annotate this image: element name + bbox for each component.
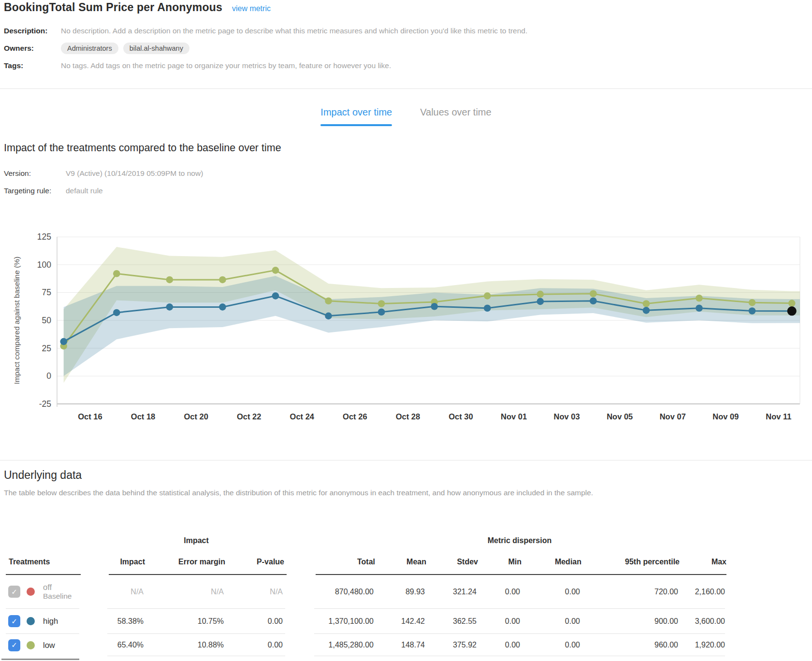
treatments-column-bottom-border (1, 659, 79, 660)
high-point-oct-23[interactable] (272, 292, 279, 300)
version-row: Version: V9 (Active) (10/14/2019 05:09PM… (4, 169, 203, 178)
impact-header-cells: ImpactError marginP-value (109, 550, 287, 575)
low-point-oct-17[interactable] (113, 270, 120, 277)
treatment-label-box: high (35, 617, 58, 626)
x-tick-label: Oct 20 (184, 412, 208, 421)
cell-max: 2,160.00 (678, 588, 725, 596)
treatment-checkbox-low[interactable]: ✓ (8, 639, 20, 651)
low-point-nov-10[interactable] (749, 299, 756, 306)
high-point-oct-31[interactable] (484, 304, 491, 312)
underlying-data-description: The table below describes the data behin… (4, 489, 797, 497)
targeting-rule-label: Targeting rule: (4, 187, 66, 195)
cell-impact: 58.38% (107, 617, 144, 626)
y-tick-label: 25 (42, 344, 51, 353)
owners-row: Owners: Administratorsbilal.al-shahwany (4, 40, 777, 57)
treatment-color-dot (27, 588, 35, 596)
tab-underline (420, 124, 491, 126)
low-point-oct-31[interactable] (484, 292, 491, 300)
x-tick-label: Nov 11 (766, 412, 791, 421)
treatment-checkbox-off[interactable]: ✓ (8, 586, 20, 598)
x-tick-label: Oct 22 (237, 412, 261, 421)
column-header-impact: Impact (109, 558, 145, 566)
section-divider (0, 460, 812, 460)
tab-bar: Impact over timeValues over time (0, 107, 812, 126)
low-point-oct-23[interactable] (272, 267, 279, 274)
cell-impact: 65.40% (107, 641, 144, 649)
version-label: Version: (4, 169, 66, 178)
cell-median: 0.00 (520, 641, 580, 649)
impact-group-header: Impact (107, 532, 285, 550)
low-point-nov-08[interactable] (696, 295, 703, 302)
high-point-oct-29[interactable] (431, 303, 438, 310)
cell-p95: 720.00 (580, 588, 678, 596)
header-divider (0, 88, 812, 89)
cell-total: 1,485,280.00 (314, 641, 374, 649)
cell-p95: 900.00 (580, 617, 678, 626)
treatment-row-off: ✓offBaselineN/AN/AN/A870,480.0089.93321.… (0, 575, 812, 609)
column-header-95th-percentile: 95th percentile (581, 558, 680, 566)
high-point-nov-10[interactable] (749, 307, 756, 315)
owner-chip: Administrators (61, 43, 118, 54)
low-point-oct-19[interactable] (166, 276, 174, 284)
tags-row: Tags: No tags. Add tags on the metric pa… (4, 57, 777, 74)
treatment-legend-cell: ✓high (6, 609, 79, 634)
high-point-oct-15[interactable] (60, 338, 67, 345)
cell-min: 0.00 (477, 588, 520, 596)
low-point-nov-02[interactable] (537, 291, 544, 298)
x-tick-label: Nov 03 (554, 412, 580, 421)
high-point-oct-19[interactable] (166, 303, 174, 311)
low-point-nov-11[interactable] (788, 300, 796, 307)
dispersion-value-cells: 870,480.0089.93321.240.000.00720.002,160… (314, 575, 725, 609)
cell-median: 0.00 (520, 617, 580, 626)
x-tick-label: Oct 26 (343, 412, 367, 421)
x-tick-label: Oct 24 (290, 412, 315, 421)
impact-value-cells: 58.38%10.75%0.00 (107, 609, 285, 634)
treatments-header-label: Treatments (7, 558, 50, 566)
treatments-header-cell: Treatments (6, 550, 81, 575)
high-point-oct-25[interactable] (325, 313, 332, 320)
cell-p-value: N/A (224, 588, 283, 596)
high-point-oct-17[interactable] (113, 309, 120, 316)
low-point-nov-06[interactable] (643, 300, 650, 307)
column-header-median: Median (522, 558, 581, 566)
high-point-oct-27[interactable] (378, 308, 385, 316)
cell-total: 870,480.00 (314, 588, 374, 596)
treatment-sublabel: Baseline (43, 592, 72, 601)
cell-max: 3,600.00 (678, 617, 725, 626)
treatment-label: off (43, 583, 72, 592)
cell-stdev: 375.92 (425, 641, 477, 649)
cell-error-margin: N/A (144, 588, 224, 596)
low-point-oct-27[interactable] (378, 300, 385, 307)
high-point-oct-21[interactable] (219, 303, 226, 311)
targeting-rule-row: Targeting rule: default rule (4, 187, 103, 195)
cell-stdev: 321.24 (425, 588, 477, 596)
column-header-max: Max (680, 558, 726, 566)
cell-mean: 89.93 (374, 588, 425, 596)
description-value: No description. Add a description on the… (61, 27, 527, 35)
view-metric-link[interactable]: view metric (232, 4, 271, 13)
impact-over-time-chart: 1251007550250-25Oct 16Oct 18Oct 20Oct 22… (0, 205, 812, 447)
active-tab-underline (320, 124, 392, 126)
group-header-spacer (6, 532, 79, 550)
treatment-row-low: ✓low65.40%10.88%0.001,485,280.00148.7437… (0, 634, 812, 656)
dispersion-header-cells: TotalMeanStdevMinMedian95th percentileMa… (316, 550, 726, 575)
low-point-nov-04[interactable] (590, 290, 597, 297)
cell-error-margin: 10.75% (144, 617, 224, 626)
version-value: V9 (Active) (10/14/2019 05:09PM to now) (66, 169, 203, 178)
tab-impact-over-time[interactable]: Impact over time (320, 107, 392, 126)
treatment-checkbox-high[interactable]: ✓ (8, 615, 20, 627)
x-tick-label: Nov 09 (712, 412, 739, 421)
high-point-nov-02[interactable] (537, 298, 544, 305)
dispersion-group-header-label: Metric dispersion (314, 536, 725, 545)
low-point-oct-21[interactable] (219, 276, 226, 284)
column-header-min: Min (478, 558, 522, 566)
low-point-oct-25[interactable] (325, 297, 332, 304)
high-point-nov-06[interactable] (643, 307, 650, 314)
tab-values-over-time[interactable]: Values over time (420, 107, 491, 126)
owners-chip-list: Administratorsbilal.al-shahwany (61, 43, 189, 54)
latest-point-highlight-dot[interactable] (787, 306, 797, 316)
high-point-nov-04[interactable] (590, 297, 597, 304)
underlying-data-section: Underlying data The table below describe… (4, 469, 797, 497)
high-point-nov-08[interactable] (696, 304, 703, 312)
dispersion-group-header: Metric dispersion (314, 532, 725, 550)
